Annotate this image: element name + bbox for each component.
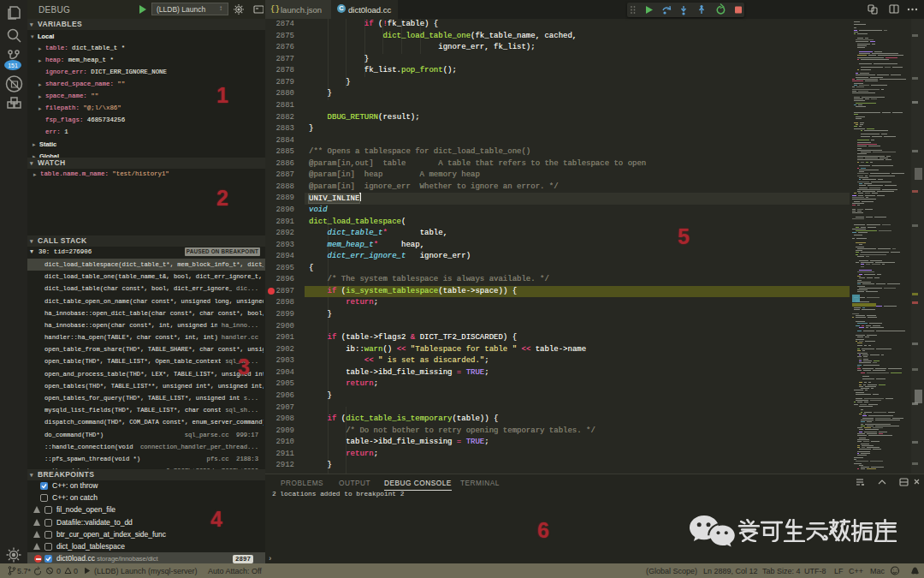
svg-text:151: 151 bbox=[8, 63, 18, 69]
